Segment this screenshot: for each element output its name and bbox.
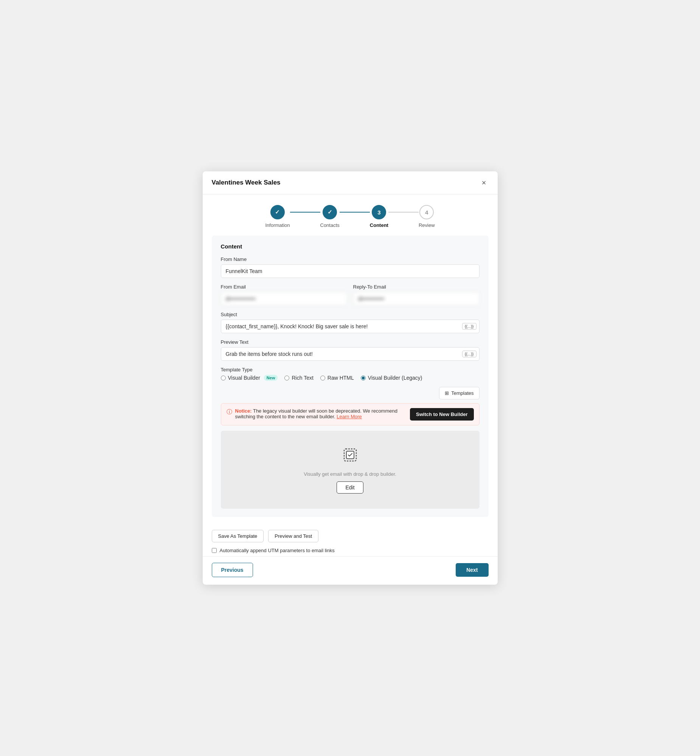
- templates-row: ⊞ Templates: [221, 387, 480, 399]
- email-row: From Email Reply-To Email: [221, 284, 480, 312]
- radio-visual-legacy[interactable]: Visual Builder (Legacy): [361, 375, 422, 381]
- step-contacts: ✓ Contacts: [320, 205, 340, 228]
- connector-2-3: [340, 212, 370, 212]
- step-circle-information: ✓: [270, 205, 285, 219]
- from-name-input[interactable]: [221, 264, 480, 278]
- preview-text-label: Preview Text: [221, 339, 480, 345]
- notice-icon: ⓘ: [227, 408, 232, 415]
- modal-footer: Previous Next: [203, 556, 498, 585]
- next-button[interactable]: Next: [456, 563, 488, 577]
- utm-label: Automatically append UTM parameters to e…: [220, 548, 335, 553]
- preview-text-input[interactable]: [221, 347, 480, 361]
- close-button[interactable]: ×: [480, 178, 489, 187]
- step-circle-review: 4: [419, 205, 434, 219]
- templates-button[interactable]: ⊞ Templates: [439, 387, 479, 399]
- modal-title: Valentines Week Sales: [212, 179, 281, 186]
- templates-btn-label: Templates: [451, 390, 473, 396]
- notice-learn-more-link[interactable]: Learn More: [337, 414, 361, 419]
- from-email-group: From Email: [221, 284, 347, 306]
- modal-container: Valentines Week Sales × ✓ Information ✓ …: [203, 171, 498, 585]
- step-circle-contacts: ✓: [323, 205, 337, 219]
- switch-to-new-builder-button[interactable]: Switch to New Builder: [410, 408, 474, 420]
- steps-wizard: ✓ Information ✓ Contacts 3 Content 4 Rev…: [203, 194, 498, 236]
- connector-3-4: [388, 212, 419, 212]
- subject-merge-tag-btn[interactable]: {{...}}: [462, 323, 477, 330]
- reply-to-label: Reply-To Email: [353, 284, 480, 290]
- radio-visual-builder[interactable]: Visual Builder New: [221, 375, 278, 381]
- notice-text: Notice: The legacy visual builder will s…: [235, 408, 405, 419]
- radio-visual-builder-label: Visual Builder: [228, 375, 260, 381]
- step-label-review: Review: [419, 222, 435, 228]
- reply-to-group: Reply-To Email: [353, 284, 480, 306]
- step-label-content: Content: [370, 222, 388, 228]
- subject-label: Subject: [221, 312, 480, 317]
- from-name-group: From Name: [221, 256, 480, 278]
- step-label-contacts: Contacts: [320, 222, 340, 228]
- subject-input-wrapper: {{...}}: [221, 320, 480, 333]
- radio-rich-text-input[interactable]: [284, 376, 289, 380]
- radio-visual-legacy-label: Visual Builder (Legacy): [368, 375, 422, 381]
- builder-area: Visually get email with drop & drop buil…: [221, 431, 480, 509]
- from-name-label: From Name: [221, 256, 480, 262]
- utm-row: Automatically append UTM parameters to e…: [203, 542, 498, 556]
- notice-banner: ⓘ Notice: The legacy visual builder will…: [221, 403, 480, 425]
- builder-icon: [341, 446, 359, 467]
- new-badge: New: [264, 375, 278, 381]
- reply-to-input[interactable]: [353, 292, 480, 306]
- subject-input[interactable]: [221, 320, 480, 333]
- templates-icon: ⊞: [445, 390, 449, 396]
- save-as-template-button[interactable]: Save As Template: [212, 530, 264, 542]
- step-content: 3 Content: [370, 205, 388, 228]
- step-information: ✓ Information: [265, 205, 290, 228]
- preview-text-group: Preview Text {{...}}: [221, 339, 480, 361]
- utm-checkbox[interactable]: [212, 548, 217, 553]
- preview-merge-tag-btn[interactable]: {{...}}: [462, 351, 477, 358]
- connector-1-2: [290, 212, 320, 212]
- modal-header: Valentines Week Sales ×: [203, 171, 498, 194]
- radio-raw-html[interactable]: Raw HTML: [320, 375, 354, 381]
- step-label-information: Information: [265, 222, 290, 228]
- subject-group: Subject {{...}}: [221, 312, 480, 333]
- radio-rich-text[interactable]: Rich Text: [284, 375, 313, 381]
- section-title: Content: [221, 243, 480, 250]
- template-type-group: Template Type Visual Builder New Rich Te…: [221, 367, 480, 381]
- notice-body: The legacy visual builder will soon be d…: [235, 408, 397, 419]
- preview-text-input-wrapper: {{...}}: [221, 347, 480, 361]
- preview-and-test-button[interactable]: Preview and Test: [268, 530, 319, 542]
- radio-visual-builder-input[interactable]: [221, 376, 226, 380]
- previous-button[interactable]: Previous: [212, 563, 253, 577]
- radio-visual-legacy-input[interactable]: [361, 376, 366, 380]
- template-type-label: Template Type: [221, 367, 480, 373]
- bottom-actions: Save As Template Preview and Test: [203, 525, 498, 542]
- notice-content: ⓘ Notice: The legacy visual builder will…: [227, 408, 405, 419]
- from-email-input[interactable]: [221, 292, 347, 306]
- from-email-label: From Email: [221, 284, 347, 290]
- template-type-options: Visual Builder New Rich Text Raw HTML Vi…: [221, 375, 480, 381]
- step-circle-content: 3: [372, 205, 386, 219]
- content-section: Content From Name From Email Reply-To Em…: [212, 236, 489, 517]
- radio-raw-html-input[interactable]: [320, 376, 325, 380]
- radio-raw-html-label: Raw HTML: [328, 375, 354, 381]
- builder-description: Visually get email with drop & drop buil…: [304, 471, 396, 477]
- notice-label: Notice:: [235, 408, 252, 414]
- step-review: 4 Review: [419, 205, 435, 228]
- edit-button[interactable]: Edit: [337, 481, 363, 494]
- radio-rich-text-label: Rich Text: [292, 375, 313, 381]
